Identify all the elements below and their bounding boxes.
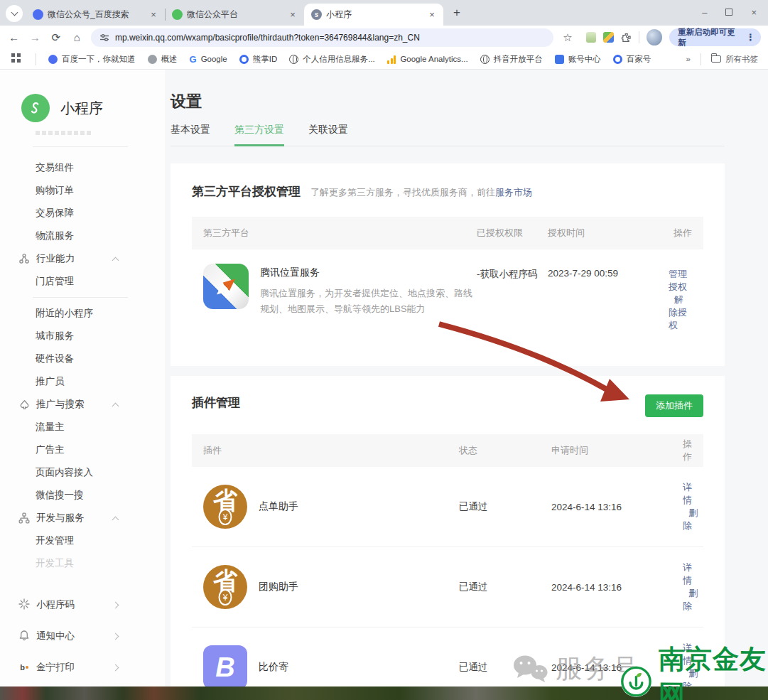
bookmark-item[interactable]: Google Analytics... (387, 55, 468, 64)
home-icon[interactable]: ⌂ (70, 31, 83, 43)
detail-link[interactable]: 详情 (683, 482, 692, 505)
site-settings-icon[interactable] (99, 33, 109, 43)
table-row: 省¥ 团购助手 已通过 2024-6-14 13:16 详情 删除 (192, 547, 703, 628)
chevron-up-icon (112, 516, 119, 523)
manage-auth-link[interactable]: 管理授权 (669, 269, 687, 292)
sidebar-item-trade-guarantee[interactable]: 交易保障 (0, 202, 165, 225)
folder-icon (711, 55, 721, 63)
globe-favicon (289, 55, 298, 64)
table-row: 省¥ 点单助手 已通过 2024-6-14 13:16 详情 删除 (192, 467, 703, 547)
card-subtitle: 了解更多第三方服务，寻找优质服务商，前往服务市场 (310, 186, 532, 199)
address-bar[interactable]: mp.weixin.qq.com/wxamp/basicprofile/thir… (91, 28, 553, 47)
chevron-right-icon (112, 632, 119, 640)
close-icon[interactable]: × (148, 9, 159, 21)
sidebar-item-promoter[interactable]: 推广员 (0, 370, 165, 393)
sidebar-item-city-services[interactable]: 城市服务 (0, 325, 165, 348)
apps-grid-icon[interactable] (11, 53, 15, 57)
wechat-mp-favicon (172, 9, 183, 20)
xiongzhang-favicon (239, 55, 249, 64)
back-icon[interactable]: ← (7, 31, 21, 43)
bookmark-item[interactable]: 账号中心 (555, 54, 601, 65)
status: 已通过 (459, 500, 551, 513)
detail-link[interactable]: 详情 (683, 562, 692, 586)
sidebar-item-nearby-miniprograms[interactable]: 附近的小程序 (0, 302, 165, 325)
revoke-auth-link[interactable]: 解除授权 (669, 294, 687, 330)
browser-tab-active[interactable]: s 小程序 × (304, 4, 443, 26)
thirdparty-auth-card: 第三方平台授权管理 了解更多第三方服务，寻找优质服务商，前往服务市场 第三方平台… (171, 163, 725, 366)
sidebar-item-wechat-search[interactable]: 微信搜一搜 (0, 484, 165, 507)
profile-avatar[interactable] (647, 29, 662, 45)
sidebar-item-store-management[interactable]: 门店管理 (0, 270, 165, 293)
page-title: 设置 (171, 91, 768, 112)
new-tab-button[interactable]: + (448, 4, 466, 22)
settings-tabs: 基本设置 第三方设置 关联设置 (171, 124, 725, 146)
add-plugin-button[interactable]: 添加插件 (645, 394, 703, 417)
sidebar-item-advertiser[interactable]: 广告主 (0, 438, 165, 461)
all-bookmarks-button[interactable]: 所有书签 (711, 54, 758, 65)
bookmark-star-icon[interactable]: ☆ (561, 31, 574, 44)
sidebar-item-hardware-devices[interactable]: 硬件设备 (0, 348, 165, 370)
extension-icon-2[interactable] (603, 32, 613, 43)
sidebar-item-logistics[interactable]: 物流服务 (0, 225, 165, 247)
more-menu-icon[interactable]: ⋮ (743, 32, 758, 43)
minimize-button[interactable]: – (702, 7, 707, 18)
status: 已通过 (459, 581, 551, 593)
url-text[interactable]: mp.weixin.qq.com/wxamp/basicprofile/thir… (115, 33, 420, 43)
baidu-favicon (33, 9, 43, 20)
sidebar-item-promotion-search[interactable]: 推广与搜索 (0, 393, 165, 416)
sheng-coupon-icon: 省¥ (203, 485, 247, 529)
bookmark-item[interactable]: 熊掌ID (239, 54, 278, 65)
delete-link[interactable]: 删除 (683, 588, 698, 611)
bookmark-item[interactable]: GGoogle (190, 54, 227, 65)
sidebar-item-dev-management[interactable]: 开发管理 (0, 529, 165, 552)
card-title: 插件管理 (192, 394, 240, 411)
browser-tab-2[interactable]: 微信公众平台 × (165, 4, 304, 26)
delete-link[interactable]: 删除 (683, 507, 698, 531)
bookmarks-overflow-icon[interactable]: » (686, 55, 691, 63)
update-chrome-button[interactable]: 重新启动即可更新 ⋮ (669, 28, 761, 46)
sidebar-item-shopping-orders[interactable]: 购物订单 (0, 179, 165, 202)
overview-favicon (148, 55, 157, 64)
maximize-button[interactable] (725, 9, 732, 16)
chevron-right-icon (112, 601, 119, 608)
extension-icon[interactable] (586, 32, 596, 43)
tab-thirdparty-settings[interactable]: 第三方设置 (234, 124, 284, 146)
tab-search-button[interactable] (6, 5, 23, 22)
chevron-right-icon (112, 664, 119, 671)
sidebar-item-traffic-master[interactable]: 流量主 (0, 416, 165, 438)
sidebar-item-jinning-print[interactable]: b 金宁打印 (0, 652, 165, 683)
bookmark-item[interactable]: 个人信用信息服务... (289, 54, 375, 65)
reload-icon[interactable]: ⟳ (49, 31, 63, 44)
dev-flowchart-icon (18, 512, 30, 524)
browser-toolbar: ← → ⟳ ⌂ mp.weixin.qq.com/wxamp/basicprof… (0, 26, 768, 49)
service-description: 腾讯位置服务，为开发者提供定位、地点搜索、路线规划、地图展示、导航等领先的LBS… (260, 286, 473, 317)
extensions-puzzle-icon[interactable] (621, 32, 632, 43)
tab-related-settings[interactable]: 关联设置 (308, 124, 348, 146)
window-close-button[interactable]: × (751, 7, 757, 18)
bookmark-item[interactable]: 抖音开放平台 (480, 54, 543, 65)
industry-network-icon (18, 253, 30, 264)
close-icon[interactable]: × (287, 9, 298, 21)
sidebar-item-dev-tools[interactable]: 开发工具 (0, 552, 165, 575)
sidebar-item-industry-ability[interactable]: 行业能力 (0, 247, 165, 270)
sidebar-item-dev-services[interactable]: 开发与服务 (0, 507, 165, 529)
browser-tab-strip: 微信公众号_百度搜索 × 微信公众平台 × s 小程序 × + – × (0, 0, 768, 26)
plugin-name: 点单助手 (259, 500, 298, 513)
apply-time: 2024-6-14 13:16 (551, 582, 683, 593)
bookmark-item[interactable]: 概述 (148, 54, 178, 65)
service-market-link[interactable]: 服务市场 (495, 187, 532, 198)
sidebar-item-trade-component[interactable]: 交易组件 (0, 156, 165, 179)
bookmark-item[interactable]: 百家号 (613, 54, 651, 65)
close-icon[interactable]: × (426, 9, 438, 21)
sidebar-item-miniprogram-code[interactable]: 小程序码 (0, 589, 165, 620)
table-row: 腾讯位置服务 腾讯位置服务，为开发者提供定位、地点搜索、路线规划、地图展示、导航… (192, 249, 703, 346)
browser-tab-1[interactable]: 微信公众号_百度搜索 × (26, 4, 165, 26)
tab-basic-settings[interactable]: 基本设置 (171, 124, 210, 146)
sidebar-item-page-content-access[interactable]: 页面内容接入 (0, 461, 165, 484)
forward-icon[interactable]: → (28, 31, 41, 43)
sidebar-item-notification-center[interactable]: 通知中心 (0, 620, 165, 652)
apply-time: 2024-6-14 13:16 (551, 502, 683, 512)
authorized-time: 2023-7-29 00:59 (548, 268, 669, 279)
table-header: 第三方平台 已授权权限 授权时间 操作 (192, 217, 703, 249)
bookmark-item[interactable]: 百度一下，你就知道 (48, 54, 136, 65)
